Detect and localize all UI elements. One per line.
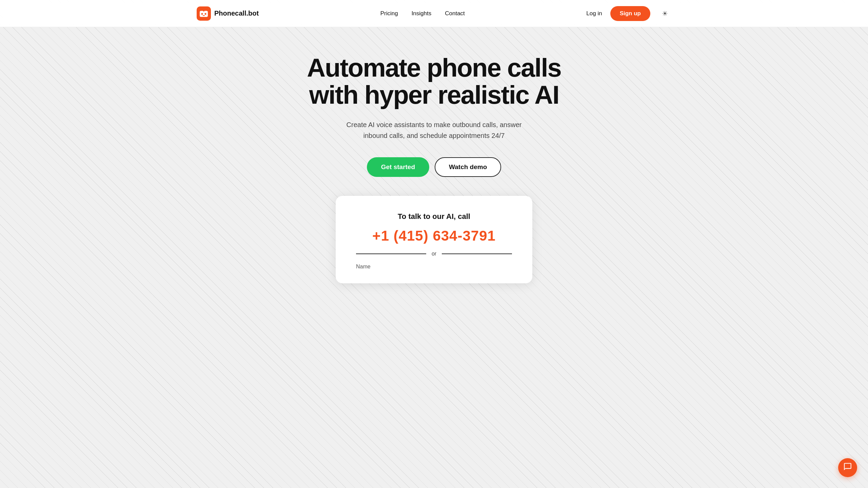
call-card-label: To talk to our AI, call	[398, 212, 470, 221]
svg-rect-5	[203, 9, 204, 12]
hero-title-line1: Automate phone calls	[307, 53, 561, 82]
divider-or-text: or	[432, 251, 436, 257]
hero-buttons: Get started Watch demo	[367, 157, 501, 177]
chat-icon	[843, 462, 852, 473]
svg-point-2	[201, 13, 203, 15]
divider-line-right	[442, 253, 512, 254]
call-card-divider: or	[356, 251, 512, 257]
get-started-button[interactable]: Get started	[367, 157, 429, 177]
logo-text: Phonecall.bot	[214, 9, 259, 17]
watch-demo-button[interactable]: Watch demo	[435, 157, 501, 177]
svg-rect-6	[198, 13, 200, 15]
hero-title-line2: with hyper realistic AI	[309, 80, 559, 109]
hero-section: Automate phone calls with hyper realisti…	[0, 0, 868, 304]
logo-link[interactable]: Phonecall.bot	[197, 6, 259, 21]
nav-link-pricing[interactable]: Pricing	[380, 10, 398, 17]
login-button[interactable]: Log in	[586, 10, 602, 17]
page-wrapper: Phonecall.bot Pricing Insights Contact L…	[0, 0, 868, 488]
navbar: Phonecall.bot Pricing Insights Contact L…	[0, 0, 868, 27]
hero-subtitle: Create AI voice assistants to make outbo…	[336, 119, 532, 141]
call-card: To talk to our AI, call +1 (415) 634-379…	[336, 196, 532, 283]
theme-toggle-button[interactable]: ☀	[658, 7, 671, 20]
svg-rect-7	[208, 13, 209, 15]
hero-title: Automate phone calls with hyper realisti…	[307, 54, 561, 108]
call-card-phone: +1 (415) 634-3791	[372, 228, 496, 244]
theme-icon: ☀	[662, 9, 668, 18]
nav-links: Pricing Insights Contact	[380, 10, 465, 17]
divider-line-left	[356, 253, 426, 254]
nav-inner: Phonecall.bot Pricing Insights Contact L…	[197, 6, 671, 21]
chat-button[interactable]	[838, 458, 857, 477]
logo-icon	[197, 6, 211, 21]
svg-point-3	[205, 13, 206, 15]
svg-rect-1	[200, 11, 208, 17]
call-card-name-label: Name	[356, 264, 512, 270]
signup-button[interactable]: Sign up	[610, 6, 650, 21]
svg-rect-4	[203, 15, 205, 16]
nav-actions: Log in Sign up ☀	[586, 6, 671, 21]
nav-link-insights[interactable]: Insights	[412, 10, 432, 17]
nav-link-contact[interactable]: Contact	[445, 10, 465, 17]
